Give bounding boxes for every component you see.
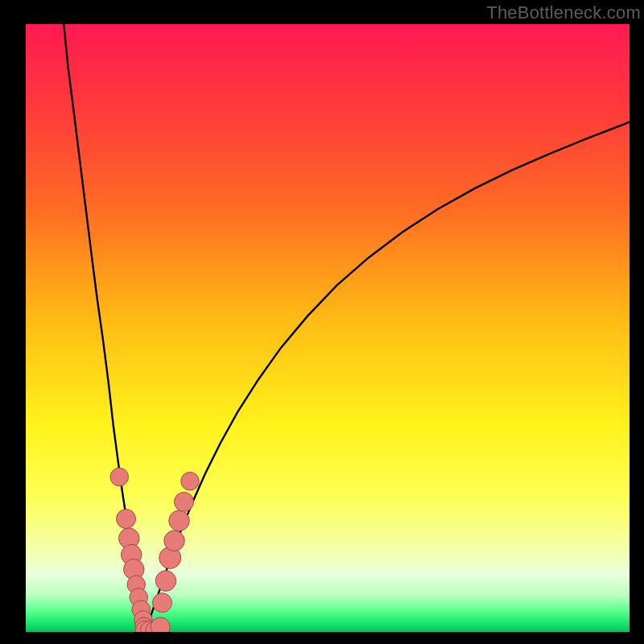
data-bead (181, 473, 200, 491)
data-bead (117, 510, 136, 529)
data-bead (155, 571, 176, 592)
data-bead (164, 530, 185, 551)
data-bead (153, 593, 172, 613)
chart-svg (26, 24, 630, 632)
curve-right-branch (146, 122, 630, 631)
plot-area (26, 24, 630, 632)
data-bead (151, 617, 170, 632)
watermark-text: TheBottleneck.com (486, 2, 641, 23)
outer-frame: TheBottleneck.com (0, 0, 644, 644)
data-bead (110, 468, 129, 486)
data-bead (175, 492, 194, 511)
data-bead (169, 510, 190, 531)
